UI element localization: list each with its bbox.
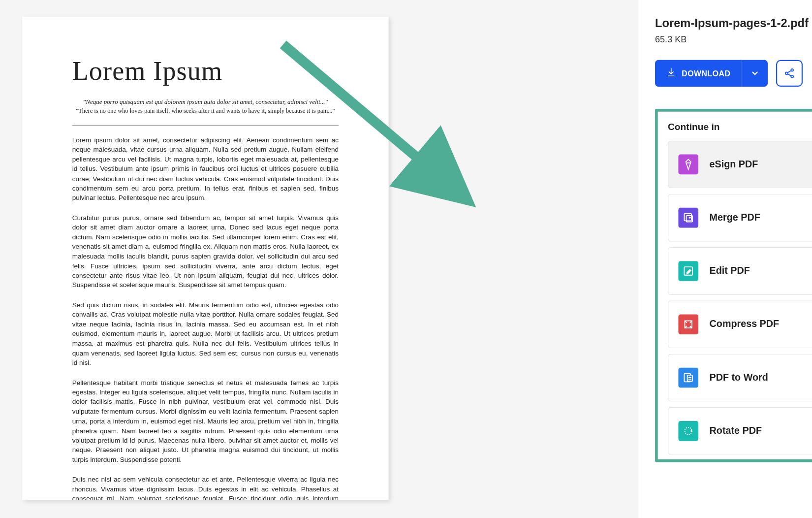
file-name: Lorem-Ipsum-pages-1-2.pdf (655, 17, 809, 30)
tool-item-compress-pdf[interactable]: Compress PDF (668, 300, 812, 348)
svg-point-0 (791, 69, 793, 71)
svg-rect-8 (687, 375, 692, 381)
tool-label: Edit PDF (710, 265, 812, 277)
svg-point-9 (685, 427, 691, 434)
document-preview: Lorem Ipsum "Neque porro quisquam est qu… (22, 17, 388, 500)
edit-icon (678, 261, 698, 281)
compress-icon (678, 314, 698, 334)
tool-label: eSign PDF (710, 159, 812, 170)
document-caption-italic: "Neque porro quisquam est qui dolorem ip… (72, 98, 339, 105)
document-paragraph: Curabitur purus purus, ornare sed bibend… (72, 213, 339, 291)
tool-item-esign-pdf[interactable]: eSign PDF (668, 140, 812, 188)
document-paragraph: Duis nec nisi ac sem vehicula consectetu… (72, 475, 339, 500)
file-size: 65.3 KB (655, 34, 812, 44)
download-label: DOWNLOAD (682, 69, 730, 78)
svg-rect-3 (684, 214, 691, 221)
tool-item-rotate-pdf[interactable]: Rotate PDF (668, 407, 812, 455)
pen-icon (678, 154, 698, 174)
continue-title: Continue in (668, 122, 812, 133)
tool-label: Rotate PDF (710, 425, 812, 437)
tool-label: Merge PDF (710, 212, 812, 224)
download-options-chevron[interactable] (742, 60, 768, 87)
document-paragraph: Sed quis dictum risus, in sodales elit. … (72, 300, 339, 368)
rotate-icon (678, 421, 698, 441)
continue-panel: Continue in eSign PDFMerge PDFEdit PDFCo… (655, 109, 812, 462)
word-icon (678, 367, 698, 388)
tool-item-edit-pdf[interactable]: Edit PDF (668, 247, 812, 295)
svg-point-1 (785, 72, 788, 74)
tool-label: PDF to Word (710, 372, 812, 384)
merge-icon (678, 208, 698, 228)
download-button[interactable]: DOWNLOAD (655, 60, 768, 87)
svg-point-2 (791, 75, 793, 78)
tool-label: Compress PDF (710, 319, 812, 330)
tool-item-merge-pdf[interactable]: Merge PDF (668, 194, 812, 241)
document-divider (72, 125, 339, 126)
document-title: Lorem Ipsum (72, 56, 339, 86)
download-icon (666, 67, 676, 79)
tool-item-pdf-to-word[interactable]: PDF to Word (668, 354, 812, 401)
document-paragraph: Lorem ipsum dolor sit amet, consectetur … (72, 135, 339, 203)
document-paragraph: Pellentesque habitant morbi tristique se… (72, 378, 339, 465)
document-caption-plain: "There is no one who loves pain itself, … (72, 107, 339, 114)
share-button[interactable] (776, 60, 803, 87)
